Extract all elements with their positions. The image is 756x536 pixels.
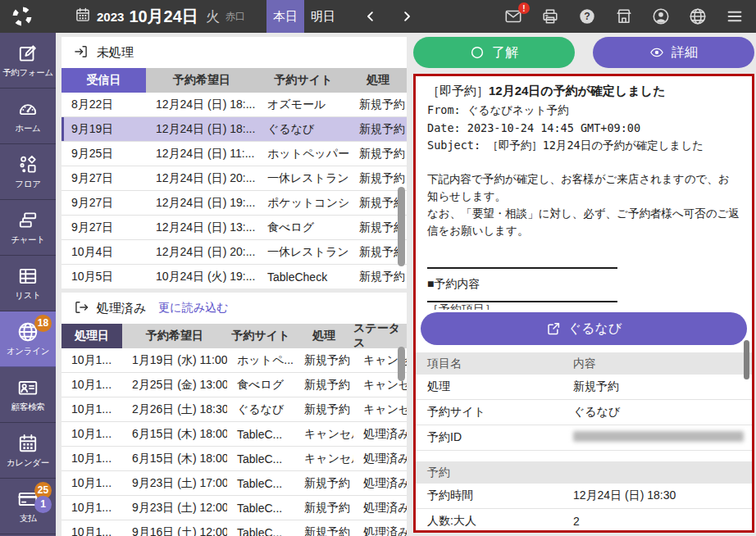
- column-header[interactable]: ステータス: [353, 324, 407, 348]
- app-logo-icon[interactable]: [11, 5, 34, 28]
- info-col-value: 内容: [573, 357, 596, 371]
- unprocessed-table: 8月22日 12月24日 (日) 18:... オズモール 新規予約 9月19日…: [61, 93, 407, 288]
- shop-button[interactable]: [615, 7, 633, 25]
- help-button[interactable]: [578, 7, 596, 25]
- print-button[interactable]: [541, 7, 559, 25]
- table-row[interactable]: 10月1... 1月19日 (水) 11:00 ホットペ... 新規予約 キャン…: [61, 348, 407, 373]
- column-header[interactable]: 予約サイト: [227, 324, 294, 348]
- table-row[interactable]: 10月1... 9月16日 (土) 12:00 TableC... 新規予約 処…: [61, 520, 407, 536]
- received-date-cell: 9月27日: [61, 196, 146, 211]
- sidebar-item[interactable]: 顧客検索: [0, 367, 56, 423]
- column-header[interactable]: 処理: [349, 68, 407, 93]
- mail-from: From: ぐるなびネット予約: [427, 102, 740, 120]
- table-row[interactable]: 10月1... 2月26日 (土) 18:30 ぐるなび 新規予約 キャンセル: [61, 397, 407, 422]
- site-cell: TableC...: [227, 452, 294, 466]
- table-row[interactable]: 10月1... 6月15日 (木) 18:00 TableC... キャンセル …: [61, 447, 407, 471]
- table-row[interactable]: 9月27日 12月24日 (日) 20:... 一休レストラン 新規予約: [61, 166, 407, 191]
- prev-day-button[interactable]: [363, 9, 378, 24]
- action-cell: 新規予約: [294, 525, 353, 536]
- clipped-text: ［予約項目］: [416, 302, 752, 310]
- info-row: 予約時間 12月24日 (日) 18:30: [416, 484, 752, 509]
- site-cell: TableCheck: [257, 270, 349, 284]
- table-row[interactable]: 10月5日 10月24日 (火) 19:... TableCheck 新規予約: [61, 265, 407, 288]
- table-row[interactable]: 9月27日 12月24日 (日) 19:... ポケットコンシ... 新規予約: [61, 191, 407, 216]
- sidebar-item[interactable]: チャート: [0, 200, 56, 256]
- table-row[interactable]: 9月19日 12月24日 (日) 18:... ぐるなび 新規予約: [61, 117, 407, 142]
- topbar-rokuyo: 赤口: [225, 10, 245, 24]
- language-button[interactable]: [689, 7, 707, 25]
- requested-date-cell: 12月24日 (日) 13:...: [146, 220, 257, 235]
- sidebar-item[interactable]: リスト: [0, 256, 56, 311]
- site-cell: 一休レストラン: [257, 171, 349, 186]
- unprocessed-title: 未処理: [97, 45, 134, 61]
- site-cell: ホットペ...: [227, 353, 294, 368]
- load-more-link[interactable]: 更に読み込む: [158, 301, 228, 316]
- action-cell: 新規予約: [294, 378, 353, 393]
- requested-date-cell: 12月24日 (日) 18:...: [146, 122, 257, 137]
- scrollbar-thumb[interactable]: [744, 340, 749, 379]
- menu-button[interactable]: [726, 7, 744, 25]
- received-date-cell: 9月19日: [61, 122, 146, 137]
- table-row[interactable]: 10月1... 9月23日 (土) 12:00 TableC... 新規予約 処…: [61, 496, 407, 520]
- calendar-icon[interactable]: [75, 7, 91, 26]
- topbar-date[interactable]: 10月24日: [129, 6, 198, 28]
- column-header[interactable]: 予約希望日: [146, 68, 257, 93]
- open-site-button[interactable]: ぐるなび: [421, 312, 747, 345]
- acknowledge-button[interactable]: 了解: [413, 37, 575, 68]
- scrollbar-thumb[interactable]: [398, 187, 405, 266]
- processed-date-cell: 10月1...: [61, 353, 122, 368]
- table-row[interactable]: 10月1... 2月25日 (金) 13:00 食べログ 新規予約 キャンセル: [61, 373, 407, 397]
- processed-table: 10月1... 1月19日 (水) 11:00 ホットペ... 新規予約 キャン…: [61, 348, 407, 536]
- table-row[interactable]: 8月22日 12月24日 (日) 18:... オズモール 新規予約: [61, 93, 407, 117]
- table-row[interactable]: 10月4日 12月24日 (日) 20:... 一休レストラン 新規予約: [61, 240, 407, 265]
- sidebar-item-icon: [17, 154, 39, 175]
- processed-date-cell: 10月1...: [61, 501, 122, 516]
- received-date-cell: 9月27日: [61, 220, 146, 235]
- sidebar-item[interactable]: 25 1 支払: [0, 479, 56, 534]
- table-row[interactable]: 9月27日 12月24日 (日) 13:... 食べログ 新規予約: [61, 216, 407, 240]
- masked-value: [573, 431, 744, 442]
- mail-section-title: ■予約内容: [416, 269, 752, 292]
- processed-date-cell: 10月1...: [61, 476, 122, 491]
- action-cell: キャンセル: [294, 427, 353, 442]
- info-label: 予約時間: [416, 488, 573, 503]
- table-row[interactable]: 9月25日 12月24日 (日) 11:... ホットペッパー 新規予約: [61, 142, 407, 166]
- account-button[interactable]: [652, 7, 670, 25]
- scrollbar-thumb[interactable]: [398, 347, 405, 381]
- action-cell: 新規予約: [349, 270, 407, 284]
- site-cell: ポケットコンシ...: [257, 196, 349, 211]
- column-header[interactable]: 予約希望日: [122, 324, 227, 348]
- column-header[interactable]: 受信日: [61, 68, 146, 93]
- next-day-button[interactable]: [399, 9, 414, 24]
- received-date-cell: 10月4日: [61, 245, 146, 260]
- sidebar-item-label: オンライン: [7, 346, 49, 357]
- top-bar: 2023 10月24日 火 赤口 本日 明日 !: [0, 0, 756, 33]
- secondary-count-badge: 1: [34, 496, 52, 513]
- site-cell: 一休レストラン: [257, 245, 349, 260]
- sidebar-item[interactable]: ホーム: [0, 89, 56, 144]
- info-value: [573, 431, 752, 444]
- today-button[interactable]: 本日: [266, 0, 304, 33]
- tomorrow-button[interactable]: 明日: [304, 0, 342, 33]
- info-row: 予約サイト ぐるなび: [416, 400, 752, 425]
- messages-button[interactable]: !: [504, 7, 522, 25]
- info-value: 2: [573, 515, 752, 528]
- messages-badge: !: [518, 2, 530, 14]
- sidebar-item[interactable]: フロア: [0, 144, 56, 200]
- processed-date-cell: 10月1...: [61, 402, 122, 417]
- received-date-cell: 10月5日: [61, 270, 146, 284]
- sidebar-item[interactable]: カレンダー: [0, 423, 56, 479]
- status-cell: 処理済み: [353, 525, 407, 536]
- mail-date: Date: 2023-10-24 14:45 GMT+09:00: [427, 120, 740, 138]
- processed-title: 処理済み: [97, 301, 146, 316]
- status-cell: 処理済み: [353, 452, 407, 466]
- table-row[interactable]: 10月1... 9月23日 (土) 17:00 TableC... 新規予約 処…: [61, 471, 407, 496]
- detail-button[interactable]: 詳細: [593, 37, 754, 68]
- table-row[interactable]: 10月1... 6月15日 (木) 18:00 TableC... キャンセル …: [61, 422, 407, 447]
- column-header[interactable]: 処理: [294, 324, 353, 348]
- column-header[interactable]: 処理日: [61, 324, 122, 348]
- column-header[interactable]: 予約サイト: [257, 68, 349, 93]
- sidebar-item[interactable]: 予約フォーム: [0, 33, 56, 89]
- sidebar-item[interactable]: 18 オンライン: [0, 311, 56, 367]
- status-cell: 処理済み: [353, 501, 407, 516]
